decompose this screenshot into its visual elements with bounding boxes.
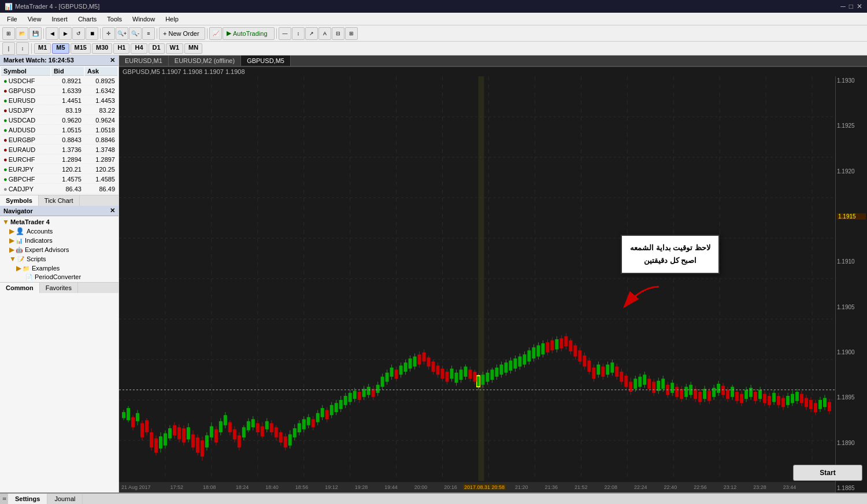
tf-h1[interactable]: H1 [113, 43, 129, 54]
line-tool[interactable]: | [2, 42, 15, 55]
svg-rect-296 [744, 390, 748, 399]
bottom-tab-settings[interactable]: Settings [8, 494, 47, 504]
toolbar-properties[interactable]: ≡ [142, 27, 155, 40]
menu-tools[interactable]: Tools [102, 14, 127, 24]
folder-icon-accounts: ▶ [9, 227, 14, 235]
tf-d1[interactable]: D1 [149, 43, 165, 54]
toolbar-back[interactable]: ◀ [46, 27, 58, 40]
svg-rect-332 [828, 402, 831, 412]
toolbar-zoom-in[interactable]: 🔍+ [116, 27, 128, 40]
toolbar-refresh[interactable]: ↺ [72, 27, 85, 40]
tree-metatrader4[interactable]: ▼ MetaTrader 4 [1, 217, 117, 227]
mw-bid: 1.4451 [51, 97, 84, 105]
toolbar-chart-type[interactable]: 📈 [209, 27, 222, 40]
nav-tab-common[interactable]: Common [0, 283, 40, 293]
toolbar-fib[interactable]: ⊟ [332, 27, 344, 40]
mw-symbol: ●USDCHF [1, 77, 50, 86]
auto-trading-btn[interactable]: ▶ AutoTrading [223, 27, 275, 40]
svg-rect-284 [717, 384, 720, 393]
toolbar-line[interactable]: — [279, 27, 291, 40]
mw-ask: 1.2897 [85, 155, 117, 164]
toolbar-arrow[interactable]: ↗ [305, 27, 318, 40]
window-controls[interactable]: ─ □ ✕ [840, 2, 862, 10]
svg-rect-40 [154, 439, 158, 453]
mw-bid: 1.4575 [51, 175, 84, 184]
svg-rect-230 [592, 368, 595, 379]
tree-accounts[interactable]: ▶ 👤 Accounts [1, 227, 117, 236]
svg-rect-254 [647, 379, 651, 389]
tree-indicators[interactable]: ▶ 📊 Indicators [1, 236, 117, 245]
svg-rect-270 [684, 387, 688, 397]
mw-close[interactable]: ✕ [110, 57, 115, 64]
svg-rect-92 [275, 427, 278, 438]
cursor-tool[interactable]: ↕ [16, 42, 29, 55]
menu-insert[interactable]: Insert [47, 14, 72, 24]
candlestick-chart [119, 76, 835, 481]
tree-examples[interactable]: ▶ 📁 Examples [1, 264, 117, 273]
svg-rect-280 [707, 391, 711, 401]
mw-symbol: ●AUDUSD [1, 126, 50, 135]
svg-rect-222 [573, 346, 577, 357]
tf-m5[interactable]: M5 [52, 43, 69, 54]
title-text: MetaTrader 4 - [GBPUSD,M5] [15, 3, 99, 10]
tf-h4[interactable]: H4 [131, 43, 147, 54]
toolbar-crosshair[interactable]: ✛ [102, 27, 115, 40]
svg-rect-112 [321, 408, 324, 417]
folder-icon: ▼ [2, 218, 9, 226]
close-btn[interactable]: ✕ [857, 2, 862, 10]
menu-file[interactable]: File [2, 14, 22, 24]
main-toolbar: ⊞ 📂 💾 ◀ ▶ ↺ ⏹ ✛ 🔍+ 🔍- ≡ + New Order 📈 ▶ … [0, 25, 867, 42]
svg-rect-260 [661, 379, 665, 389]
tf-w1[interactable]: W1 [166, 43, 184, 54]
svg-rect-256 [652, 382, 655, 393]
tf-m30[interactable]: M30 [92, 43, 112, 54]
toolbar-open[interactable]: 📂 [16, 27, 28, 40]
new-order-btn[interactable]: + New Order [159, 27, 205, 40]
toolbar-new[interactable]: ⊞ [2, 27, 15, 40]
svg-rect-118 [335, 403, 338, 412]
svg-rect-136 [376, 385, 380, 393]
mw-bid: 1.2894 [51, 155, 84, 164]
svg-rect-142 [390, 368, 394, 377]
toolbar-stop[interactable]: ⏹ [86, 27, 98, 40]
nav-tab-favorites[interactable]: Favorites [40, 283, 78, 293]
bottom-tab-journal[interactable]: Journal [47, 494, 83, 504]
tf-m1[interactable]: M1 [34, 43, 51, 54]
svg-rect-178 [469, 370, 472, 379]
tree-period-converter[interactable]: 📄 PeriodConverter [1, 273, 117, 281]
y-label-10: 1.1885 [837, 485, 866, 491]
svg-rect-90 [270, 423, 273, 432]
toolbar-objects[interactable]: ⊞ [345, 27, 358, 40]
svg-rect-308 [772, 393, 776, 402]
svg-rect-132 [367, 387, 370, 395]
toolbar-forward[interactable]: ▶ [59, 27, 72, 40]
toolbar-zoom-out[interactable]: 🔍- [129, 27, 142, 40]
mw-tab-tick[interactable]: Tick Chart [39, 195, 80, 206]
panel-side-tab[interactable]: ⠿ [0, 494, 8, 504]
menu-window[interactable]: Window [128, 14, 160, 24]
tree-scripts[interactable]: ▼ 📝 Scripts [1, 254, 117, 264]
svg-rect-108 [312, 419, 315, 427]
toolbar-hline[interactable]: ↕ [292, 27, 305, 40]
svg-rect-124 [349, 393, 352, 402]
toolbar-save[interactable]: 💾 [29, 27, 42, 40]
mw-tab-symbols[interactable]: Symbols [0, 195, 39, 206]
tree-experts[interactable]: ▶ 🤖 Expert Advisors [1, 245, 117, 254]
maximize-btn[interactable]: □ [849, 2, 853, 10]
tf-mn[interactable]: MN [184, 43, 202, 54]
minimize-btn[interactable]: ─ [840, 2, 846, 10]
svg-rect-304 [763, 394, 766, 403]
mw-symbol: ●EURGBP [1, 136, 50, 144]
svg-rect-42 [159, 436, 162, 449]
menu-view[interactable]: View [23, 14, 46, 24]
toolbar-text[interactable]: A [318, 27, 331, 40]
chart-tab-eurusd-m1[interactable]: EURUSD,M1 [119, 55, 169, 66]
sep4 [207, 28, 208, 39]
chart-tab-gbpusd-m5[interactable]: GBPUSD,M5 [241, 55, 291, 66]
nav-close[interactable]: ✕ [110, 207, 115, 214]
svg-rect-84 [256, 423, 260, 432]
chart-tab-eurusd-m2[interactable]: EURUSD,M2 (offline) [169, 55, 241, 66]
menu-help[interactable]: Help [161, 14, 183, 24]
menu-charts[interactable]: Charts [73, 14, 101, 24]
tf-m15[interactable]: M15 [71, 43, 91, 54]
